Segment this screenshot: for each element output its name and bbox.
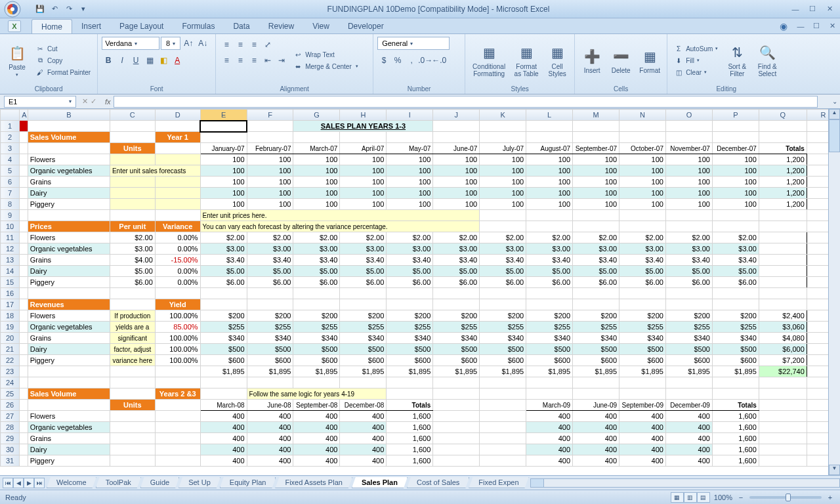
cell[interactable] — [155, 210, 200, 221]
cell[interactable] — [155, 154, 200, 165]
sheet-tab-fixed-assets-plan[interactable]: Fixed Assets Plan — [275, 477, 352, 488]
cell[interactable]: $3.40 — [573, 255, 620, 266]
cell[interactable] — [433, 455, 480, 467]
cell[interactable] — [20, 299, 28, 310]
cell[interactable]: $500 — [573, 344, 620, 355]
cell[interactable] — [110, 154, 155, 165]
cell[interactable]: 1,200 — [759, 199, 807, 210]
cell[interactable]: Enter unit prices here. — [200, 210, 480, 221]
cell[interactable] — [155, 199, 200, 210]
cell[interactable]: 100 — [480, 177, 526, 188]
cell[interactable] — [110, 288, 155, 299]
cell[interactable] — [20, 154, 28, 165]
cell[interactable]: $200 — [526, 310, 573, 322]
cell[interactable]: $600 — [665, 355, 712, 366]
row-header[interactable]: 10 — [1, 221, 20, 232]
row-header[interactable]: 28 — [1, 422, 20, 433]
cell[interactable] — [20, 400, 28, 411]
row-header[interactable]: 16 — [1, 288, 20, 299]
tab-view[interactable]: View — [303, 19, 339, 33]
tab-formulas[interactable]: Formulas — [173, 19, 224, 33]
cell[interactable]: 400 — [293, 444, 340, 455]
cell[interactable]: 100 — [665, 199, 712, 210]
col-header-L[interactable]: L — [526, 110, 573, 121]
cell[interactable]: $3.40 — [665, 255, 712, 266]
cell[interactable] — [433, 444, 480, 455]
percent-icon[interactable]: % — [391, 54, 404, 67]
cell[interactable]: significant — [110, 333, 155, 344]
cell[interactable]: $3,060 — [759, 322, 807, 333]
wrap-text-button[interactable]: ↩Wrap Text — [291, 49, 361, 60]
cell[interactable] — [28, 400, 110, 411]
cell[interactable]: $3.00 — [526, 243, 573, 255]
cell[interactable] — [759, 377, 807, 388]
cell[interactable] — [665, 377, 712, 388]
cell[interactable]: $3.00 — [665, 243, 712, 255]
cell[interactable] — [433, 299, 480, 310]
cell[interactable]: $3.40 — [433, 255, 480, 266]
cell[interactable] — [110, 388, 155, 400]
cell[interactable]: 100 — [573, 177, 620, 188]
cell[interactable]: 100 — [665, 154, 712, 165]
cell[interactable] — [573, 221, 620, 232]
cell[interactable]: $3.00 — [340, 243, 387, 255]
row-header[interactable]: 13 — [1, 255, 20, 266]
cell[interactable]: 100 — [526, 154, 573, 165]
cell[interactable]: 100 — [433, 154, 480, 165]
cell[interactable]: yields are a — [110, 322, 155, 333]
row-header[interactable]: 30 — [1, 444, 20, 455]
cell[interactable] — [712, 221, 759, 232]
cell[interactable]: Totals — [387, 400, 433, 411]
cell[interactable] — [712, 210, 759, 221]
cell[interactable] — [433, 388, 480, 400]
cell[interactable]: $255 — [712, 322, 759, 333]
cell[interactable] — [387, 377, 433, 388]
cell[interactable]: August-07 — [526, 143, 573, 154]
cell[interactable] — [200, 288, 247, 299]
cell[interactable]: $3.00 — [110, 243, 155, 255]
prev-sheet-icon[interactable]: ◀ — [13, 478, 24, 488]
cell[interactable] — [712, 299, 759, 310]
tab-page-layout[interactable]: Page Layout — [110, 19, 173, 33]
cell[interactable] — [433, 411, 480, 422]
cell[interactable] — [200, 132, 247, 143]
cell[interactable]: 0.00% — [155, 243, 200, 255]
tab-developer[interactable]: Developer — [339, 19, 393, 33]
cell[interactable] — [20, 366, 28, 377]
cell[interactable] — [20, 132, 28, 143]
cell[interactable]: $340 — [387, 333, 433, 344]
cell[interactable] — [387, 299, 433, 310]
cell[interactable]: $200 — [387, 310, 433, 322]
cell[interactable] — [200, 377, 247, 388]
col-header-H[interactable]: H — [340, 110, 387, 121]
expand-formula-icon[interactable]: ⌄ — [830, 98, 840, 105]
cell[interactable] — [480, 377, 526, 388]
tab-home[interactable]: Home — [32, 19, 72, 33]
cell[interactable]: Dairy — [28, 188, 110, 199]
tab-insert[interactable]: Insert — [72, 19, 110, 33]
align-bot-icon[interactable]: ≡ — [247, 38, 261, 51]
cell[interactable]: $600 — [573, 355, 620, 366]
cell[interactable]: 100 — [573, 199, 620, 210]
office-button[interactable] — [4, 1, 29, 18]
cell[interactable]: $200 — [200, 310, 247, 322]
cell[interactable]: $6.00 — [573, 277, 620, 288]
cell[interactable] — [433, 377, 480, 388]
cell[interactable]: $6.00 — [110, 277, 155, 288]
cell[interactable]: 400 — [247, 444, 293, 455]
sheet-tab-guide[interactable]: Guide — [140, 477, 179, 488]
cell[interactable]: November-07 — [665, 143, 712, 154]
cell[interactable] — [480, 210, 526, 221]
cell[interactable]: 400 — [247, 433, 293, 444]
cell[interactable]: May-07 — [387, 143, 433, 154]
col-header-C[interactable]: C — [110, 110, 155, 121]
first-sheet-icon[interactable]: ⏮ — [3, 478, 13, 488]
cell[interactable]: You can vary each forecast by altering t… — [200, 221, 480, 232]
cell[interactable]: $1,895 — [480, 366, 526, 377]
underline-button[interactable]: U — [129, 54, 142, 67]
cell[interactable]: September-08 — [293, 400, 340, 411]
cell[interactable]: 100.00% — [155, 310, 200, 322]
cell[interactable]: 100 — [200, 177, 247, 188]
cell[interactable]: $255 — [433, 322, 480, 333]
cell[interactable]: $255 — [200, 322, 247, 333]
